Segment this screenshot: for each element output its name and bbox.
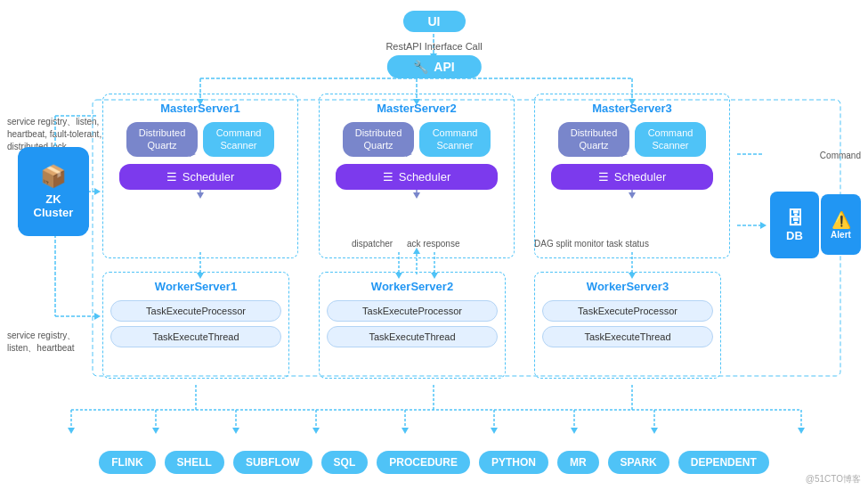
task-execute-thread-3: TaskExecuteThread bbox=[542, 326, 713, 347]
zk-icon: 📦 bbox=[40, 164, 67, 189]
worker-server-1-title: WorkerServer1 bbox=[110, 280, 281, 293]
master-server-1-title: MasterServer1 bbox=[110, 102, 290, 115]
master-3-components: DistributedQuartz CommandScanner bbox=[542, 122, 722, 157]
task-execute-processor-2: TaskExecuteProcessor bbox=[327, 300, 498, 322]
task-flink: FLINK bbox=[99, 451, 155, 474]
zk-title: ZKCluster bbox=[34, 192, 74, 219]
rest-api-label: RestAPI Interface Call bbox=[385, 41, 482, 52]
alert-icon: ⚠️ bbox=[831, 210, 851, 230]
svg-marker-56 bbox=[491, 428, 498, 434]
command-scanner-2: CommandScanner bbox=[419, 122, 491, 157]
svg-marker-48 bbox=[152, 428, 159, 434]
scheduler-2: ☰ Scheduler bbox=[336, 164, 498, 190]
svg-marker-62 bbox=[798, 428, 805, 434]
master-server-3: MasterServer3 DistributedQuartz CommandS… bbox=[534, 94, 730, 258]
master-server-3-title: MasterServer3 bbox=[542, 102, 722, 115]
task-subflow: SUBFLOW bbox=[233, 451, 312, 474]
task-spark: SPARK bbox=[608, 451, 669, 474]
master-server-2-title: MasterServer2 bbox=[327, 102, 507, 115]
db-title: DB bbox=[786, 229, 803, 242]
scheduler-icon-1: ☰ bbox=[166, 170, 177, 184]
task-procedure: PROCEDURE bbox=[377, 451, 470, 474]
master-server-2: MasterServer2 DistributedQuartz CommandS… bbox=[319, 94, 515, 258]
svg-marker-54 bbox=[402, 428, 409, 434]
distributed-quartz-3: DistributedQuartz bbox=[558, 122, 629, 157]
api-title: API bbox=[434, 60, 454, 74]
api-icon: 🔧 bbox=[413, 60, 428, 74]
worker-server-2: WorkerServer2 TaskExecuteProcessor TaskE… bbox=[319, 272, 506, 379]
architecture-diagram: UI RestAPI Interface Call 🔧 API MasterSe… bbox=[0, 0, 868, 490]
svg-marker-60 bbox=[651, 428, 658, 434]
task-execute-thread-1: TaskExecuteThread bbox=[110, 326, 281, 347]
svg-marker-46 bbox=[68, 428, 75, 434]
alert-box: ⚠️ Alert bbox=[821, 194, 861, 255]
worker-server-1: WorkerServer1 TaskExecuteProcessor TaskE… bbox=[102, 272, 289, 379]
task-dependent: DEPENDENT bbox=[678, 451, 769, 474]
master-1-components: DistributedQuartz CommandScanner bbox=[110, 122, 290, 157]
task-sql: SQL bbox=[321, 451, 369, 474]
task-execute-processor-1: TaskExecuteProcessor bbox=[110, 300, 281, 322]
ui-title: UI bbox=[428, 14, 441, 29]
task-execute-thread-2: TaskExecuteThread bbox=[327, 326, 498, 347]
svg-marker-31 bbox=[760, 222, 767, 229]
scheduler-icon-2: ☰ bbox=[383, 170, 393, 184]
svg-marker-27 bbox=[94, 313, 101, 320]
svg-marker-50 bbox=[232, 428, 239, 434]
distributed-quartz-1: DistributedQuartz bbox=[126, 122, 198, 157]
db-icon: 🗄 bbox=[786, 208, 804, 229]
side-label-right: Command bbox=[820, 150, 861, 162]
task-python: PYTHON bbox=[479, 451, 548, 474]
side-label-left-bottom: service registry、listen、heartbeat bbox=[7, 330, 105, 355]
master-server-1: MasterServer1 DistributedQuartz CommandS… bbox=[102, 94, 298, 258]
scheduler-icon-3: ☰ bbox=[598, 170, 609, 184]
task-mr: MR bbox=[557, 451, 599, 474]
ui-box: UI bbox=[403, 11, 466, 32]
distributed-quartz-2: DistributedQuartz bbox=[343, 122, 414, 157]
master-2-components: DistributedQuartz CommandScanner bbox=[327, 122, 507, 157]
watermark: @51CTO博客 bbox=[806, 473, 861, 486]
alert-title: Alert bbox=[831, 230, 851, 240]
svg-marker-52 bbox=[312, 428, 320, 434]
task-execute-processor-3: TaskExecuteProcessor bbox=[542, 300, 713, 322]
scheduler-3: ☰ Scheduler bbox=[551, 164, 713, 190]
svg-marker-58 bbox=[571, 428, 578, 434]
svg-marker-24 bbox=[94, 188, 101, 195]
command-scanner-3: CommandScanner bbox=[635, 122, 706, 157]
worker-server-3-title: WorkerServer3 bbox=[542, 280, 713, 293]
task-shell: SHELL bbox=[165, 451, 224, 474]
command-scanner-1: CommandScanner bbox=[203, 122, 274, 157]
worker-server-2-title: WorkerServer2 bbox=[327, 280, 498, 293]
zk-cluster: 📦 ZKCluster bbox=[18, 147, 89, 236]
api-box: 🔧 API bbox=[386, 55, 481, 78]
bottom-task-list: FLINK SHELL SUBFLOW SQL PROCEDURE PYTHON… bbox=[0, 451, 868, 474]
db-box: 🗄 DB bbox=[770, 192, 819, 258]
worker-server-3: WorkerServer3 TaskExecuteProcessor TaskE… bbox=[534, 272, 721, 379]
scheduler-1: ☰ Scheduler bbox=[119, 164, 281, 190]
